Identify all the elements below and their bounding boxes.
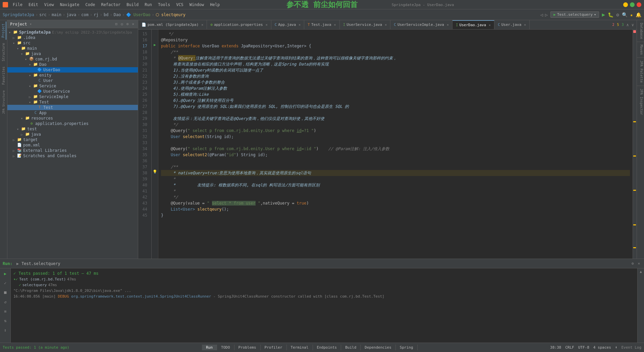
tree-dao-folder[interactable]: ▾ 📁 Dao xyxy=(7,62,138,67)
tree-scratches[interactable]: ▷ 📝 Scratches and Consoles xyxy=(7,153,138,159)
close-run-btn[interactable]: ✕ xyxy=(636,261,641,266)
settings-icon[interactable]: ⚙ xyxy=(616,12,619,17)
minimize-button[interactable] xyxy=(623,2,628,7)
code-editor[interactable]: 15 16 17 18 19 20 21 22 23 24 25 26 27 2… xyxy=(138,30,637,259)
menu-edit[interactable]: Edit xyxy=(26,2,41,8)
close-button[interactable] xyxy=(637,2,641,7)
menu-navigate[interactable]: Navigate xyxy=(57,2,82,8)
run-check-btn[interactable]: ✓ xyxy=(1,279,9,287)
scroll-up-btn[interactable]: ▲ xyxy=(640,270,642,273)
status-tab-terminal[interactable]: Terminal xyxy=(287,345,313,350)
tab-structure[interactable]: Structure xyxy=(1,41,6,63)
tab-jpa-palette[interactable]: JPA Palette xyxy=(637,58,644,86)
tree-userservice[interactable]: ▷ 🔷 UserService xyxy=(7,89,138,94)
locate-btn[interactable]: ◎ xyxy=(120,21,124,27)
tree-enity-folder[interactable]: ▾ 📁 enity xyxy=(7,73,138,78)
tab-u-close[interactable]: ✕ xyxy=(524,23,526,27)
run-button[interactable]: ▶ xyxy=(602,11,605,18)
tree-user-class[interactable]: ▷ C User xyxy=(7,78,138,83)
collapse-all-btn[interactable]: ⊟ xyxy=(114,21,119,27)
run-play-btn[interactable]: ▶ xyxy=(1,270,9,278)
tree-java[interactable]: ▾ 📁 java xyxy=(7,51,138,56)
tree-idea[interactable]: ▷ 📁 .idea xyxy=(7,35,138,40)
tree-service-folder[interactable]: ▾ 📁 Service xyxy=(7,83,138,89)
tab-usi-close[interactable]: ✕ xyxy=(447,23,449,27)
menu-file[interactable]: File xyxy=(10,2,25,8)
tree-src[interactable]: ▾ 📁 src xyxy=(7,40,138,46)
tree-test-dir[interactable]: ▾ 📁 test xyxy=(7,126,138,132)
status-tab-problems[interactable]: Problems xyxy=(234,345,261,350)
project-dropdown-icon[interactable]: ▾ xyxy=(30,22,32,26)
menu-build[interactable]: Build xyxy=(124,2,141,8)
settings-panel-btn[interactable]: ⚙ xyxy=(125,21,130,27)
tab-user[interactable]: C User.java ✕ xyxy=(494,20,530,30)
status-tab-dependencies[interactable]: Dependencies xyxy=(361,345,395,350)
tree-resources-folder[interactable]: ▾ 📁 resources xyxy=(7,116,138,121)
menu-run[interactable]: Run xyxy=(142,2,155,8)
collapse-icon[interactable]: ∨ xyxy=(632,23,634,27)
maximize-button[interactable] xyxy=(630,2,635,7)
bc-userdao[interactable]: 🔷 UserDao xyxy=(126,12,151,17)
status-tab-endpoints[interactable]: Endpoints xyxy=(313,345,341,350)
menu-window[interactable]: Window xyxy=(187,2,207,8)
menu-vcs[interactable]: VCS xyxy=(173,2,186,8)
bc-slectqeury[interactable]: ⬡ slectqeury xyxy=(156,12,185,17)
menu-refactor[interactable]: Refactor xyxy=(98,2,123,8)
status-tab-run[interactable]: Run xyxy=(202,345,217,350)
tree-test-class[interactable]: ▷ T Test xyxy=(7,105,138,110)
run-stop-btn[interactable]: ⏹ xyxy=(1,289,9,297)
tab-project[interactable]: Project xyxy=(1,21,6,40)
tab-app-close[interactable]: ✕ xyxy=(299,23,301,27)
status-crlf[interactable]: CRLF xyxy=(565,345,574,350)
tab-pom[interactable]: 📄 pom.xml (SpringdateJpa) ✕ xyxy=(138,20,207,30)
run-rerun-btn[interactable]: ↺ xyxy=(1,298,9,306)
tab-userservice[interactable]: I UserService.java ✕ xyxy=(340,20,391,30)
tree-package[interactable]: ▾ 📦 com.rj.bd xyxy=(7,56,138,62)
status-spaces[interactable]: 4 spaces xyxy=(593,345,611,350)
tree-userdao[interactable]: ▷ 🔷 UserDao xyxy=(7,67,138,73)
bc-bd[interactable]: bd xyxy=(104,12,108,17)
bc-dao[interactable]: Dao xyxy=(114,12,121,17)
notification-icon[interactable]: 🔔 xyxy=(636,12,641,17)
bc-main[interactable]: main xyxy=(52,12,61,17)
tab-favorites[interactable]: Favorites xyxy=(1,64,6,87)
status-tab-todo[interactable]: TODO xyxy=(217,345,234,350)
bc-java[interactable]: java xyxy=(66,12,76,17)
gutter-bulb-icon[interactable]: 💡 xyxy=(152,169,158,175)
bc-src[interactable]: src xyxy=(39,12,47,17)
bc-com[interactable]: com xyxy=(81,12,89,17)
run-config-selector[interactable]: ▶ Test.selectquery ▾ xyxy=(550,11,599,18)
tree-test-folder[interactable]: ▾ 📁 Test xyxy=(7,99,138,105)
bookmark-icon[interactable]: ★ xyxy=(630,12,633,17)
status-tab-profiler[interactable]: Profiler xyxy=(261,345,287,350)
test-case-item[interactable]: ✓ selectquery 47ms xyxy=(12,282,636,288)
code-content[interactable]: */ @Repository public interface UserDao … xyxy=(158,30,633,259)
tab-test[interactable]: T Test.java ✕ xyxy=(304,20,339,30)
tab-ud-close[interactable]: ✕ xyxy=(489,23,491,27)
tree-test-java[interactable]: ▷ 📁 java xyxy=(7,132,138,137)
event-log-label[interactable]: Event Log xyxy=(621,345,641,350)
expand-icon[interactable]: ∧ xyxy=(627,23,629,27)
run-expand-btn[interactable]: ↕ xyxy=(1,326,9,334)
test-suite-item[interactable]: ▾✓ Test (com.rj.bd.Test) 47ms xyxy=(12,276,636,282)
search-icon[interactable]: 🔍 xyxy=(622,12,628,17)
tab-jpa-structure[interactable]: JPA Structure xyxy=(1,88,6,116)
gutter-run-icon[interactable]: ▶ xyxy=(152,42,158,48)
status-tab-spring[interactable]: Spring xyxy=(396,345,418,350)
tree-root[interactable]: ▾ 📁 SpringdateJpa E:\my eclisp 2022-3-23… xyxy=(7,30,138,35)
tree-external-libs[interactable]: ▷ 📚 External Libraries xyxy=(7,148,138,153)
status-position[interactable]: 38:38 xyxy=(550,345,561,350)
run-sort2-btn[interactable]: ⇅ xyxy=(1,317,9,325)
menu-code[interactable]: Code xyxy=(83,2,98,8)
tab-userdao[interactable]: I UserDao.java ✕ xyxy=(452,20,494,30)
run-sort-btn[interactable]: ≡ xyxy=(1,307,9,315)
tab-test-close[interactable]: ✕ xyxy=(334,23,336,27)
tree-main[interactable]: ▾ 📁 main xyxy=(7,46,138,51)
tab-database[interactable]: Database xyxy=(637,20,644,42)
close-panel-btn[interactable]: ✕ xyxy=(131,21,135,27)
tab-app[interactable]: C App.java ✕ xyxy=(271,20,305,30)
tab-userserviceimple[interactable]: C UserServiceImple.java ✕ xyxy=(390,20,452,30)
status-tab-build[interactable]: Build xyxy=(341,345,361,350)
menu-view[interactable]: View xyxy=(42,2,57,8)
back-icon[interactable]: ◁ xyxy=(540,12,543,17)
